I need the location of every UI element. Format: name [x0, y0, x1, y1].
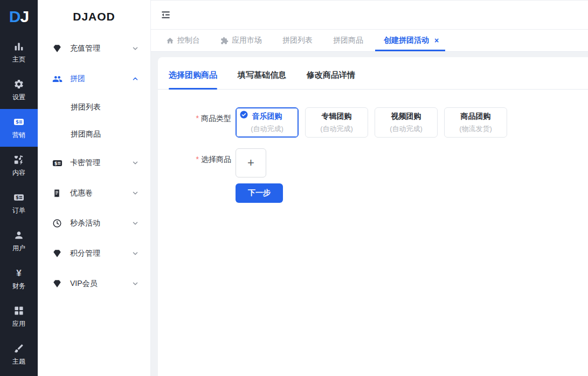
media-icon	[13, 154, 24, 165]
chevron-down-icon	[132, 45, 139, 52]
type-card-title: 商品团购	[461, 112, 491, 121]
create-activity-form: *商品类型 音乐团购 (自动完成) 专辑团购 (自动完成) 视频团购 (自动完成…	[158, 90, 588, 203]
gear-icon	[13, 79, 24, 90]
type-card-music[interactable]: 音乐团购 (自动完成)	[236, 107, 299, 138]
tab-console[interactable]: 控制台	[166, 30, 200, 51]
step-edit-details[interactable]: 修改商品详情	[307, 70, 355, 89]
sidebar-subitem-group-products[interactable]: 拼团商品	[38, 121, 150, 148]
rail-item-marketing[interactable]: $ 营销	[0, 109, 38, 147]
sidebar-menu: DJAOD 充值管理 拼团 拼团列表 拼团商品 $ 卡密管理 优惠卷 秒杀活动 …	[38, 0, 151, 376]
tab-app-market[interactable]: 应用市场	[220, 30, 262, 51]
puzzle-icon	[220, 37, 229, 45]
brush-icon	[13, 343, 24, 354]
tab-group-products[interactable]: 拼团商品	[333, 30, 363, 51]
ticket-icon	[52, 189, 61, 198]
type-card-title: 专辑团购	[322, 112, 352, 121]
type-card-title: 视频团购	[391, 112, 421, 121]
rail-item-settings[interactable]: 设置	[0, 71, 38, 109]
gem-icon	[52, 279, 62, 289]
content-card: 选择团购商品 填写基础信息 修改商品详情 *商品类型 音乐团购 (自动完成) 专…	[158, 57, 588, 376]
sidebar-item-coupons[interactable]: 优惠卷	[38, 178, 150, 208]
icon-rail: DJ 主页 设置 $ 营销 内容 $ 订单 用户 ¥ 财务 应用 主题	[0, 0, 38, 376]
type-card-subtitle: (自动完成)	[390, 124, 423, 134]
rail-item-label: 设置	[12, 93, 25, 102]
type-card-video[interactable]: 视频团购 (自动完成)	[375, 107, 438, 138]
form-actions: 下一步	[236, 183, 588, 203]
rail-item-label: 营销	[12, 131, 25, 140]
menu-fold-icon	[161, 10, 171, 20]
tab-label: 应用市场	[232, 36, 262, 45]
chevron-up-icon	[132, 76, 139, 82]
select-product-label: *选择商品	[158, 148, 231, 177]
tab-label: 拼团列表	[282, 36, 313, 45]
sidebar-item-label: 充值管理	[70, 44, 132, 53]
rail-item-home[interactable]: 主页	[0, 33, 38, 71]
sidebar-collapse-button[interactable]	[161, 10, 171, 20]
step-tabs: 选择团购商品 填写基础信息 修改商品详情	[158, 57, 588, 90]
rail-item-label: 内容	[12, 168, 25, 177]
sidebar-item-recharge[interactable]: 充值管理	[38, 33, 150, 64]
sidebar-item-label: 积分管理	[70, 249, 132, 258]
rail-item-label: 主页	[12, 55, 25, 64]
price-card-icon: $	[13, 117, 24, 127]
main-area: 控制台 应用市场 拼团列表 拼团商品 创建拼团活动 × 选择团购商品 填写基础信…	[151, 0, 588, 376]
tab-label: 控制台	[177, 36, 200, 45]
sidebar-item-label: 秒杀活动	[70, 218, 132, 228]
price-card-icon: $	[52, 158, 63, 168]
tab-group-list[interactable]: 拼团列表	[282, 30, 313, 51]
check-circle-icon	[240, 111, 248, 119]
rail-item-finance[interactable]: ¥ 财务	[0, 260, 38, 298]
yen-icon: ¥	[13, 268, 24, 278]
sidebar-item-vip[interactable]: VIP会员	[38, 269, 150, 299]
rail-item-apps[interactable]: 应用	[0, 298, 38, 336]
sidebar-item-group-buy[interactable]: 拼团	[38, 64, 150, 94]
chevron-down-icon	[132, 190, 139, 196]
app-logo: DJ	[0, 0, 38, 33]
app-name: DJAOD	[38, 0, 150, 33]
step-basic-info[interactable]: 填写基础信息	[238, 70, 286, 89]
type-card-subtitle: (自动完成)	[320, 124, 353, 134]
required-mark: *	[196, 114, 199, 122]
top-header	[151, 0, 588, 30]
next-step-button[interactable]: 下一步	[236, 183, 283, 203]
logo-letter-d: D	[9, 8, 20, 26]
required-mark: *	[196, 155, 199, 163]
rail-item-label: 主题	[12, 357, 25, 366]
users-icon	[52, 74, 63, 84]
type-card-subtitle: (自动完成)	[251, 124, 283, 134]
select-product-controls: +	[236, 148, 266, 177]
chevron-down-icon	[132, 220, 139, 227]
page-tabs: 控制台 应用市场 拼团列表 拼团商品 创建拼团活动 ×	[151, 30, 588, 52]
rail-item-users[interactable]: 用户	[0, 222, 38, 260]
type-card-subtitle: (物流发货)	[459, 124, 492, 134]
tab-label: 拼团商品	[333, 36, 363, 45]
svg-text:$: $	[54, 161, 58, 166]
bar-chart-icon	[13, 41, 24, 52]
sidebar-item-flash-sale[interactable]: 秒杀活动	[38, 208, 150, 238]
rail-item-label: 订单	[12, 206, 25, 215]
tab-create-group-activity[interactable]: 创建拼团活动 ×	[384, 30, 439, 51]
sidebar-subitem-group-list[interactable]: 拼团列表	[38, 94, 150, 121]
user-icon	[13, 230, 24, 241]
gem-icon	[52, 249, 62, 258]
sidebar-item-card-keys[interactable]: $ 卡密管理	[38, 148, 150, 178]
select-product-row: *选择商品 +	[158, 148, 588, 177]
sidebar-item-points[interactable]: 积分管理	[38, 238, 150, 269]
rail-item-theme[interactable]: 主题	[0, 336, 38, 373]
type-card-title: 音乐团购	[252, 112, 282, 121]
type-card-album[interactable]: 专辑团购 (自动完成)	[305, 107, 368, 138]
price-card-icon: $	[13, 192, 24, 203]
rail-item-orders[interactable]: $ 订单	[0, 184, 38, 222]
svg-text:¥: ¥	[16, 268, 22, 278]
clock-icon	[52, 218, 62, 228]
tab-label: 创建拼团活动	[384, 36, 429, 45]
sidebar-item-label: 卡密管理	[70, 158, 132, 168]
add-product-button[interactable]: +	[236, 148, 266, 177]
close-icon[interactable]: ×	[434, 37, 439, 44]
svg-text:$: $	[16, 195, 19, 200]
grid-icon	[13, 305, 24, 316]
rail-item-content[interactable]: 内容	[0, 147, 38, 184]
chevron-down-icon	[132, 281, 139, 287]
type-card-goods[interactable]: 商品团购 (物流发货)	[444, 107, 507, 138]
step-select-products[interactable]: 选择团购商品	[169, 70, 217, 89]
